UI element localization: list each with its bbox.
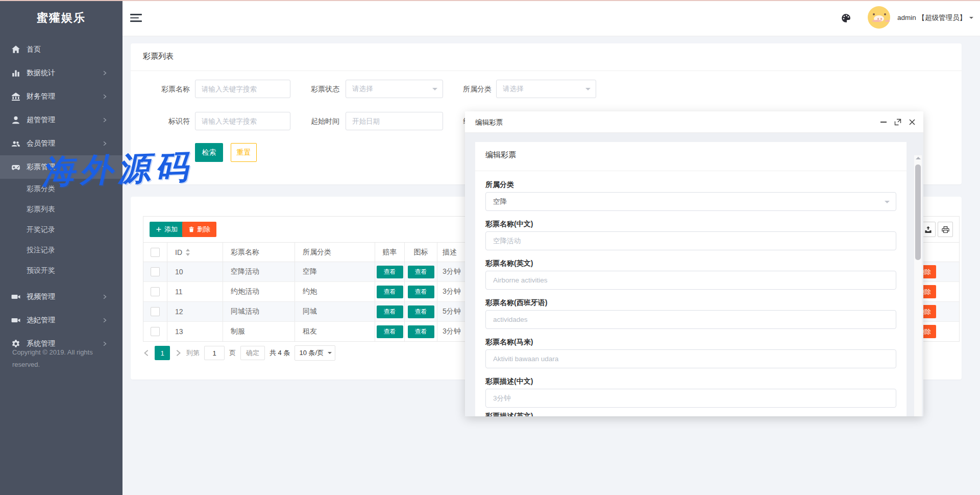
add-button[interactable]: 添加 bbox=[150, 222, 184, 237]
modal-body: 编辑彩票 所属分类 空降 彩票名称(中文) 彩票名称(英文) bbox=[465, 133, 923, 416]
sidebar-subitem-preset-draw[interactable]: 预设开奖 bbox=[0, 261, 122, 281]
view-icon-button[interactable]: 查看 bbox=[408, 305, 434, 318]
view-icon-button[interactable]: 查看 bbox=[408, 286, 434, 298]
name-cn-input[interactable] bbox=[485, 231, 896, 250]
start-date-input[interactable] bbox=[346, 112, 443, 130]
prev-page-icon[interactable] bbox=[143, 349, 150, 357]
sidebar-item-superadmin[interactable]: 超管管理 bbox=[0, 108, 122, 132]
export-icon bbox=[924, 226, 932, 233]
caret-down-icon bbox=[885, 201, 890, 206]
card-divider bbox=[131, 70, 962, 71]
chevron-right-icon bbox=[102, 318, 107, 323]
caret-down-icon bbox=[585, 88, 591, 93]
sidebar-item-statistics[interactable]: 数据统计 bbox=[0, 61, 122, 85]
cell-category: 约炮 bbox=[295, 282, 375, 301]
minimize-icon[interactable] bbox=[879, 118, 888, 126]
row-checkbox[interactable] bbox=[151, 267, 160, 276]
bank-icon bbox=[11, 92, 20, 101]
desc-cn-input[interactable] bbox=[485, 389, 896, 408]
watermark-text: 海外源码 bbox=[41, 145, 194, 194]
form-group-desc-en: 彩票描述(英文) bbox=[485, 412, 896, 416]
users-icon bbox=[11, 139, 20, 148]
theme-palette-icon[interactable] bbox=[841, 13, 851, 23]
sidebar-item-concubine[interactable]: 选妃管理 bbox=[0, 309, 122, 332]
admin-user-menu[interactable]: admin 【超级管理员】 bbox=[897, 13, 973, 22]
lottery-status-select[interactable]: 请选择 bbox=[346, 80, 443, 98]
name-ms-input[interactable] bbox=[485, 349, 896, 368]
view-odds-button[interactable]: 查看 bbox=[377, 286, 403, 298]
column-header-name: 彩票名称 bbox=[223, 243, 295, 262]
page-size-select[interactable]: 10 条/页 bbox=[295, 345, 335, 361]
name-es-input[interactable] bbox=[485, 310, 896, 329]
category-filter-label: 所属分类 bbox=[460, 80, 492, 98]
reset-button[interactable]: 重置 bbox=[231, 143, 257, 162]
scrollbar-thumb[interactable] bbox=[915, 164, 921, 260]
view-odds-button[interactable]: 查看 bbox=[377, 305, 403, 318]
category-select[interactable]: 空降 bbox=[485, 192, 896, 211]
home-icon bbox=[11, 45, 20, 54]
topbar: admin 【超级管理员】 bbox=[122, 0, 980, 36]
row-checkbox[interactable] bbox=[151, 327, 160, 336]
sidebar-subitem-lottery-list[interactable]: 彩票列表 bbox=[0, 199, 122, 220]
page-number-button[interactable]: 1 bbox=[155, 346, 170, 360]
cell-name: 同城活动 bbox=[223, 302, 295, 321]
identifier-label: 标识符 bbox=[158, 112, 190, 130]
goto-confirm-button[interactable]: 确定 bbox=[240, 346, 265, 360]
sidebar-item-video[interactable]: 视频管理 bbox=[0, 285, 122, 309]
app-root: 蜜獾娱乐 首页 数据统计 财务管理 超管管理 bbox=[0, 0, 980, 495]
row-checkbox[interactable] bbox=[151, 287, 160, 296]
user-avatar[interactable] bbox=[868, 6, 890, 29]
column-header-id[interactable]: ID bbox=[167, 243, 223, 262]
sidebar-nav: 首页 数据统计 财务管理 超管管理 会员管理 bbox=[0, 38, 122, 356]
select-all-checkbox[interactable] bbox=[151, 248, 160, 257]
total-count-label: 共 4 条 bbox=[270, 348, 290, 358]
trash-icon bbox=[188, 226, 194, 232]
name-en-input[interactable] bbox=[485, 271, 896, 290]
user-icon bbox=[11, 115, 20, 125]
chevron-right-icon bbox=[102, 117, 107, 123]
view-odds-button[interactable]: 查看 bbox=[377, 266, 403, 278]
caret-down-icon bbox=[432, 88, 437, 93]
start-time-label: 起始时间 bbox=[308, 112, 339, 130]
cell-name: 空降活动 bbox=[223, 262, 295, 281]
cell-category: 租友 bbox=[295, 322, 375, 341]
category-filter-select[interactable]: 请选择 bbox=[496, 80, 596, 98]
view-icon-button[interactable]: 查看 bbox=[408, 325, 434, 338]
next-page-icon[interactable] bbox=[175, 349, 182, 357]
sort-icon[interactable] bbox=[185, 249, 190, 256]
goto-suffix-label: 页 bbox=[229, 348, 236, 358]
form-panel-title: 编辑彩票 bbox=[485, 150, 516, 160]
edit-lottery-modal: 编辑彩票 编辑彩票 所属分类 空降 彩票名称(中文) bbox=[465, 111, 923, 416]
scroll-up-arrow[interactable] bbox=[916, 157, 921, 159]
cell-name: 制服 bbox=[223, 322, 295, 341]
search-button[interactable]: 检索 bbox=[195, 143, 223, 162]
goto-prefix-label: 到第 bbox=[186, 348, 200, 358]
pagination: 1 到第 页 确定 共 4 条 10 条/页 bbox=[143, 346, 340, 360]
identifier-input[interactable] bbox=[195, 112, 290, 130]
hamburger-menu-icon[interactable] bbox=[130, 14, 142, 22]
batch-delete-button[interactable]: 删除 bbox=[182, 222, 216, 237]
form-group-name-en: 彩票名称(英文) bbox=[485, 259, 896, 290]
cell-id: 12 bbox=[167, 302, 223, 321]
chevron-right-icon bbox=[102, 294, 107, 299]
sidebar: 蜜獾娱乐 首页 数据统计 财务管理 超管管理 bbox=[0, 0, 122, 495]
view-icon-button[interactable]: 查看 bbox=[408, 266, 434, 278]
chevron-right-icon bbox=[102, 341, 107, 346]
maximize-icon[interactable] bbox=[894, 118, 902, 126]
sidebar-item-finance[interactable]: 财务管理 bbox=[0, 85, 122, 108]
view-odds-button[interactable]: 查看 bbox=[377, 325, 403, 338]
modal-titlebar[interactable]: 编辑彩票 bbox=[465, 111, 923, 133]
goto-page-input[interactable] bbox=[204, 346, 225, 360]
form-group-name-es: 彩票名称(西班牙语) bbox=[485, 298, 896, 329]
sidebar-subitem-bet-records[interactable]: 投注记录 bbox=[0, 240, 122, 261]
print-button[interactable] bbox=[938, 222, 953, 237]
modal-scrollbar[interactable] bbox=[914, 155, 922, 416]
lottery-name-input[interactable] bbox=[195, 80, 290, 98]
print-icon bbox=[942, 226, 949, 233]
sidebar-subitem-draw-records[interactable]: 开奖记录 bbox=[0, 220, 122, 240]
close-icon[interactable] bbox=[908, 118, 916, 126]
sidebar-item-home[interactable]: 首页 bbox=[0, 38, 122, 61]
column-header-category: 所属分类 bbox=[295, 243, 375, 262]
page-title: 彩票列表 bbox=[143, 52, 174, 61]
row-checkbox[interactable] bbox=[151, 307, 160, 316]
